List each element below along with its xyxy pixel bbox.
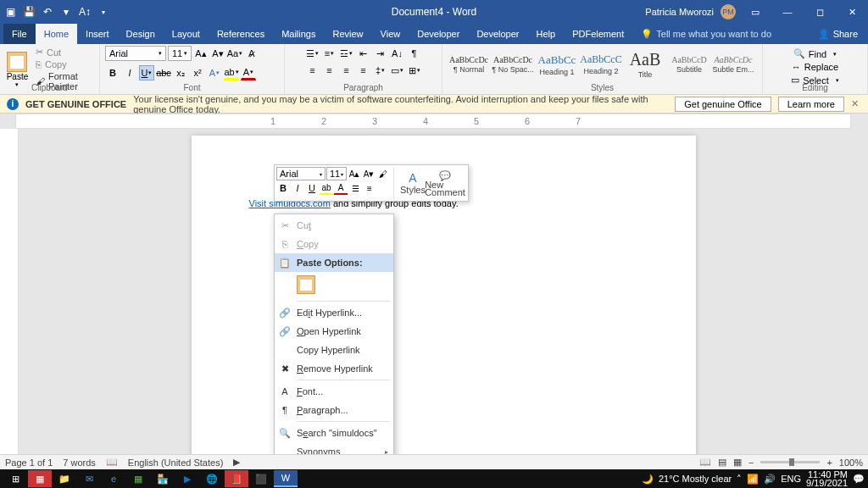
ruler[interactable]: 1234567 — [0, 114, 868, 129]
style-item[interactable]: AaBbCcDcSubtle Em... — [712, 46, 754, 83]
cm-paste-options[interactable]: 📋Paste Options: — [275, 253, 393, 272]
cm-paste-option-keep[interactable] — [275, 272, 393, 299]
tab-file[interactable]: File — [3, 24, 36, 44]
find-button[interactable]: 🔍Find▾ — [790, 47, 840, 60]
tray-lang[interactable]: ENG — [781, 474, 801, 484]
align-center-button[interactable]: ≡ — [322, 63, 337, 78]
tray-chevron-icon[interactable]: ˄ — [737, 474, 742, 485]
mini-grow-font[interactable]: A▴ — [348, 167, 361, 180]
status-words[interactable]: 7 words — [63, 458, 96, 468]
grow-font-button[interactable]: A▴ — [193, 46, 209, 61]
style-item[interactable]: AaBbCcHeading 1 — [536, 46, 578, 83]
mini-shrink-font[interactable]: A▾ — [362, 167, 376, 180]
copy-button[interactable]: ⎘Copy — [32, 58, 94, 70]
mini-underline[interactable]: U — [305, 181, 319, 195]
justify-button[interactable]: ≡ — [356, 63, 371, 78]
vertical-ruler[interactable] — [0, 129, 19, 454]
user-name[interactable]: Patricia Mworozi — [645, 7, 714, 17]
cm-edit-hyperlink[interactable]: 🔗Edit Hyperlink... — [275, 303, 393, 322]
style-item[interactable]: AaBTitle — [624, 46, 666, 83]
mini-highlight[interactable]: ab — [320, 181, 333, 195]
tab-developer-2[interactable]: Developer — [468, 24, 527, 44]
bold-button[interactable]: B — [105, 65, 120, 80]
taskbar-app[interactable]: 📁 — [53, 470, 76, 487]
macro-icon[interactable]: ▶ — [233, 457, 240, 468]
line-spacing-button[interactable]: ‡▾ — [373, 63, 388, 78]
taskbar-app[interactable]: ▦ — [126, 470, 150, 487]
style-item[interactable]: AaBbCcDc¶ Normal — [448, 46, 490, 83]
zoom-level[interactable]: 100% — [839, 458, 863, 468]
zoom-in-button[interactable]: + — [826, 458, 832, 468]
cm-open-hyperlink[interactable]: 🔗Open Hyperlink — [275, 322, 393, 341]
tray-network-icon[interactable]: 📶 — [747, 474, 759, 485]
undo-icon[interactable]: ↶ — [41, 5, 54, 19]
avatar[interactable]: PM — [721, 4, 736, 19]
mini-font-select[interactable]: Arial▾ — [276, 167, 326, 180]
change-case-button[interactable]: Aa▾ — [227, 46, 242, 61]
increase-indent-button[interactable]: ⇥ — [373, 46, 388, 61]
minimize-button[interactable]: — — [775, 3, 800, 21]
show-marks-button[interactable]: ¶ — [407, 46, 422, 61]
zoom-out-button[interactable]: − — [748, 458, 754, 468]
tab-view[interactable]: View — [372, 24, 409, 44]
bullets-button[interactable]: ☰▾ — [305, 46, 320, 61]
get-genuine-button[interactable]: Get genuine Office — [675, 97, 771, 112]
style-item[interactable]: AaBbCcDSubtitle — [668, 46, 710, 83]
subscript-button[interactable]: x₂ — [173, 65, 188, 80]
taskbar-app[interactable]: e — [102, 470, 125, 487]
mini-numbering[interactable]: ≡ — [363, 181, 376, 195]
proofing-icon[interactable]: 📖 — [106, 457, 118, 468]
qat-dropdown-icon[interactable]: ▾ — [97, 5, 110, 19]
cm-font[interactable]: AFont... — [275, 382, 393, 401]
tab-pdfelement[interactable]: PDFelement — [564, 24, 632, 44]
borders-button[interactable]: ⊞▾ — [407, 63, 422, 78]
view-web-button[interactable]: ▦ — [733, 457, 742, 468]
shading-button[interactable]: ▭▾ — [390, 63, 405, 78]
taskbar-app[interactable]: 🏪 — [151, 470, 175, 487]
mini-styles[interactable]: AStyles — [398, 167, 428, 199]
tell-me-search[interactable]: 💡Tell me what you want to do — [632, 24, 780, 44]
ribbon-options-icon[interactable]: ▭ — [743, 3, 768, 21]
tab-references[interactable]: References — [209, 24, 273, 44]
start-button[interactable]: ⊞ — [3, 470, 27, 487]
italic-button[interactable]: I — [122, 65, 137, 80]
font-color-button[interactable]: A▾ — [241, 65, 256, 80]
close-button[interactable]: ✕ — [839, 3, 865, 21]
status-language[interactable]: English (United States) — [128, 458, 224, 468]
highlight-button[interactable]: ab▾ — [224, 65, 239, 80]
weather-icon[interactable]: 🌙 — [642, 474, 654, 485]
mini-font-color[interactable]: A — [334, 181, 348, 195]
decrease-indent-button[interactable]: ⇤ — [356, 46, 371, 61]
font-name-select[interactable]: Arial▾ — [105, 46, 166, 61]
mini-bullets[interactable]: ☰ — [348, 181, 362, 195]
shrink-font-button[interactable]: A▾ — [210, 46, 225, 61]
strikethrough-button[interactable]: abc — [156, 65, 171, 80]
taskbar-app[interactable]: 📕 — [225, 470, 248, 487]
learn-more-button[interactable]: Learn more — [778, 97, 844, 112]
tab-help[interactable]: Help — [528, 24, 565, 44]
taskbar-word[interactable]: W — [274, 470, 298, 487]
view-read-button[interactable]: 📖 — [699, 457, 711, 468]
mini-new-comment[interactable]: 💬New Comment — [430, 167, 460, 199]
zoom-slider[interactable] — [760, 461, 820, 463]
tab-insert[interactable]: Insert — [77, 24, 118, 44]
cm-copy-hyperlink[interactable]: Copy Hyperlink — [275, 341, 393, 359]
cm-remove-hyperlink[interactable]: ✖Remove Hyperlink — [275, 359, 393, 378]
taskbar-app[interactable]: ✉ — [77, 470, 101, 487]
numbering-button[interactable]: ≡▾ — [322, 46, 337, 61]
multilevel-button[interactable]: ☲▾ — [339, 46, 354, 61]
status-page[interactable]: Page 1 of 1 — [5, 458, 53, 468]
warning-close-button[interactable]: ✕ — [851, 98, 861, 109]
mini-size-select[interactable]: 11▾ — [326, 167, 347, 180]
underline-button[interactable]: U▾ — [139, 65, 154, 80]
text-effects-button[interactable]: A▾ — [207, 65, 222, 80]
taskbar-app[interactable]: ⬛ — [249, 470, 273, 487]
cm-search[interactable]: 🔍Search "simuldocs" — [275, 424, 393, 442]
tab-home[interactable]: Home — [36, 24, 77, 44]
tray-clock[interactable]: 11:40 PM9/19/2021 — [806, 470, 848, 487]
tab-review[interactable]: Review — [325, 24, 372, 44]
tab-developer[interactable]: Developer — [409, 24, 468, 44]
tab-design[interactable]: Design — [118, 24, 164, 44]
style-item[interactable]: AaBbCcCHeading 2 — [580, 46, 622, 83]
save-icon[interactable]: 💾 — [22, 5, 36, 19]
